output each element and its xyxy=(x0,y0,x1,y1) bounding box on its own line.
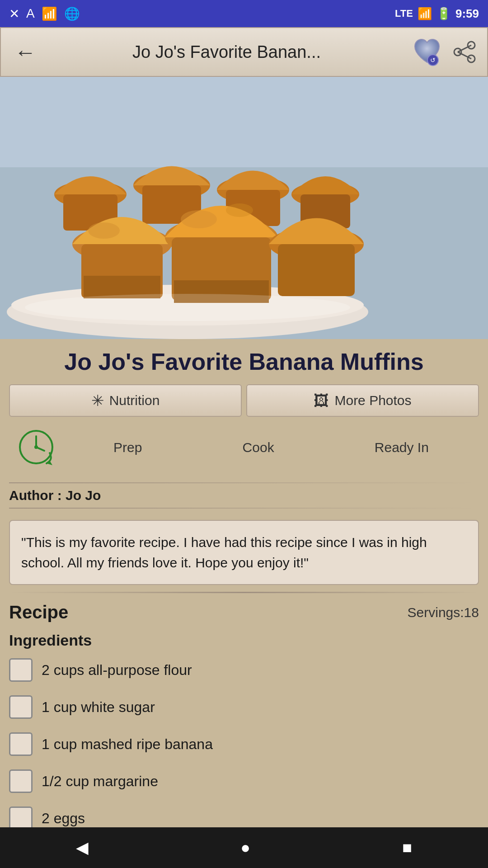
photos-icon: 🖼 xyxy=(314,392,329,410)
clock-icon xyxy=(17,428,56,467)
ingredient-item: 1 cup white sugar xyxy=(9,695,479,719)
nav-back-button[interactable]: ◀ xyxy=(62,831,102,864)
author-section: Author : Jo Jo xyxy=(0,476,488,520)
ingredient-text-3: 1 cup mashed ripe banana xyxy=(42,736,213,753)
svg-point-25 xyxy=(226,203,253,217)
phone-icon: ✕ xyxy=(9,6,19,21)
recipe-title: Jo Jo's Favorite Banana Muffins xyxy=(9,348,479,375)
nav-home-button[interactable]: ● xyxy=(227,831,264,864)
bottom-nav-bar: ◀ ● ■ xyxy=(0,827,488,868)
svg-rect-29 xyxy=(278,244,355,296)
time-display: 9:59 xyxy=(455,7,479,21)
svg-text:↺: ↺ xyxy=(430,57,436,64)
svg-point-20 xyxy=(88,222,120,239)
signal-icon: 📶 xyxy=(418,7,432,21)
recipe-image xyxy=(0,77,488,339)
globe-icon: 🌐 xyxy=(64,6,80,21)
more-photos-label: More Photos xyxy=(334,393,411,408)
clock-icon-container xyxy=(9,428,63,467)
nutrition-button[interactable]: ✳ Nutrition xyxy=(9,384,242,417)
ingredient-text-5: 2 eggs xyxy=(42,810,85,827)
author-text: Author : Jo Jo xyxy=(9,488,101,503)
action-buttons-row: ✳ Nutrition 🖼 More Photos xyxy=(0,377,488,424)
time-row: Prep Cook Ready In xyxy=(0,424,488,476)
recipe-section: Recipe Servings:18 xyxy=(0,598,488,623)
ingredient-item: 2 cups all-purpose flour xyxy=(9,658,479,682)
back-button[interactable]: ← xyxy=(10,35,41,69)
cook-label: Cook xyxy=(243,440,274,455)
ingredient-checkbox-5[interactable] xyxy=(9,807,33,830)
recipe-title-section: Jo Jo's Favorite Banana Muffins xyxy=(0,339,488,377)
status-bar-right: LTE 📶 🔋 9:59 xyxy=(395,7,479,21)
svg-marker-35 xyxy=(47,461,52,465)
ingredient-checkbox-1[interactable] xyxy=(9,658,33,682)
favorite-heart-icon[interactable]: ↺ xyxy=(413,38,442,67)
svg-point-34 xyxy=(34,445,38,449)
ingredient-text-1: 2 cups all-purpose flour xyxy=(42,662,192,679)
ingredient-checkbox-2[interactable] xyxy=(9,695,33,719)
quote-text: "This is my favorite recipe. I have had … xyxy=(21,532,467,573)
nutrition-icon: ✳ xyxy=(91,392,104,410)
lte-label: LTE xyxy=(395,8,413,19)
top-divider xyxy=(9,482,479,483)
more-photos-button[interactable]: 🖼 More Photos xyxy=(246,384,479,417)
nutrition-label: Nutrition xyxy=(109,393,160,408)
recipe-header: Recipe Servings:18 xyxy=(9,602,479,623)
battery-icon: 🔋 xyxy=(436,7,451,21)
muffin-illustration xyxy=(0,77,488,339)
ingredient-item: 1/2 cup margarine xyxy=(9,769,479,793)
ingredient-checkbox-3[interactable] xyxy=(9,732,33,756)
status-bar-left: ✕ A 📶 🌐 xyxy=(9,6,80,21)
nav-recents-button[interactable]: ■ xyxy=(389,831,426,864)
servings-text: Servings:18 xyxy=(408,605,479,620)
wifi-icon: 📶 xyxy=(42,6,57,21)
svg-point-24 xyxy=(181,210,217,228)
time-labels: Prep Cook Ready In xyxy=(63,440,479,455)
svg-point-30 xyxy=(25,294,350,321)
bottom-divider xyxy=(9,508,479,509)
ready-in-label: Ready In xyxy=(375,440,429,455)
ingredients-section: Ingredients 2 cups all-purpose flour 1 c… xyxy=(0,632,488,830)
text-icon: A xyxy=(26,6,35,21)
ingredient-item: 2 eggs xyxy=(9,807,479,830)
recipe-label: Recipe xyxy=(9,602,68,623)
share-icon[interactable] xyxy=(451,38,478,66)
quote-box: "This is my favorite recipe. I have had … xyxy=(9,520,479,585)
ingredient-text-4: 1/2 cup margarine xyxy=(42,773,158,790)
prep-label: Prep xyxy=(113,440,142,455)
svg-rect-8 xyxy=(0,77,488,167)
ingredient-checkbox-4[interactable] xyxy=(9,769,33,793)
section-divider xyxy=(9,592,479,593)
nav-bar: ← Jo Jo's Favorite Banan... ↺ xyxy=(0,27,488,77)
nav-icons: ↺ xyxy=(413,38,478,67)
ingredient-text-2: 1 cup white sugar xyxy=(42,699,155,716)
status-bar: ✕ A 📶 🌐 LTE 📶 🔋 9:59 xyxy=(0,0,488,27)
nav-title: Jo Jo's Favorite Banan... xyxy=(47,42,406,62)
ingredients-title: Ingredients xyxy=(9,632,479,649)
ingredient-item: 1 cup mashed ripe banana xyxy=(9,732,479,756)
